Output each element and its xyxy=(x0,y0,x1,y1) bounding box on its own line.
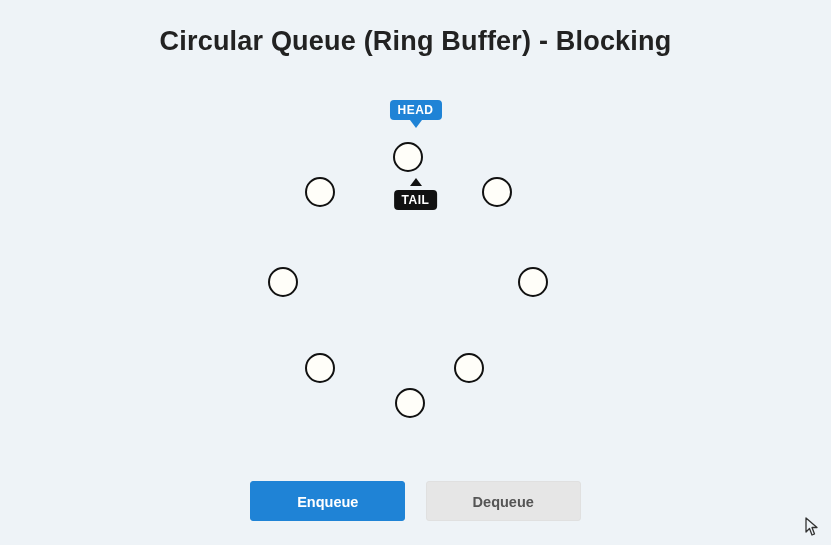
tail-arrow-icon xyxy=(410,178,422,186)
head-arrow-icon xyxy=(410,120,422,128)
ring-slot-3 xyxy=(454,353,484,383)
ring-slot-1 xyxy=(482,177,512,207)
ring-slot-7 xyxy=(305,177,335,207)
enqueue-button[interactable]: Enqueue xyxy=(250,481,405,521)
ring-slot-0 xyxy=(393,142,423,172)
ring-slot-2 xyxy=(518,267,548,297)
page-root: Circular Queue (Ring Buffer) - Blocking … xyxy=(0,0,831,545)
ring-buffer xyxy=(0,130,831,430)
ring-slot-4 xyxy=(395,388,425,418)
tail-badge: TAIL xyxy=(394,190,438,210)
head-badge: HEAD xyxy=(389,100,441,120)
ring-slot-6 xyxy=(268,267,298,297)
dequeue-button[interactable]: Dequeue xyxy=(426,481,581,521)
ring-slot-5 xyxy=(305,353,335,383)
page-title: Circular Queue (Ring Buffer) - Blocking xyxy=(0,0,831,57)
controls-bar: Enqueue Dequeue xyxy=(0,481,831,521)
